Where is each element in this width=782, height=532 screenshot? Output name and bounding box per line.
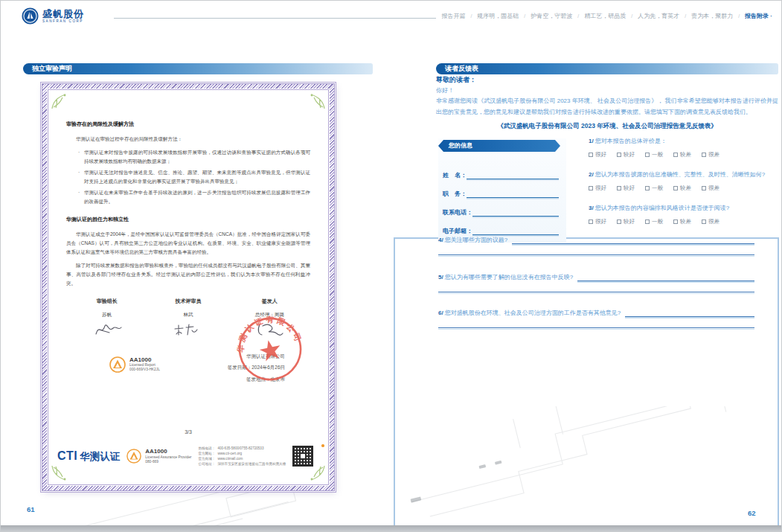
answer-line-q4-continued[interactable] (438, 254, 754, 255)
answer-line-q5-continued[interactable] (438, 292, 754, 292)
rating-option[interactable]: 很差 (702, 218, 719, 225)
reader-greeting: 你好！ (436, 86, 454, 94)
question-text: 您对本报告的总体评价是： (595, 138, 667, 144)
rating-label: 很好 (595, 218, 606, 225)
question-number: 1/ (589, 138, 594, 144)
checkbox-icon[interactable] (617, 186, 621, 190)
contact-label: 热线电话： (198, 446, 215, 451)
competence-heading: 华测认证的胜任力和独立性 (66, 215, 310, 225)
feedback-intro-paragraph: 非常感谢您阅读《武汉盛帆电子股份有限公司 2023 年环境、 社会及公司治理报告… (436, 96, 778, 118)
checkbox-icon[interactable] (645, 186, 650, 190)
rating-option[interactable]: 很差 (702, 185, 719, 192)
checkbox-icon[interactable] (617, 219, 621, 224)
corner-flourish-icon (307, 92, 327, 111)
rating-option[interactable]: 很差 (702, 151, 719, 158)
company-seal-stamp: 华测认证有限公司 (236, 315, 304, 383)
nav-separator: / (685, 13, 686, 19)
contact-value: 深圳市宝安区新安街道留仙三路华测检测大楼 (217, 461, 286, 467)
answer-line-q6[interactable] (625, 311, 754, 317)
logo-subtitle: SANFRAN CORP (42, 19, 84, 23)
nav-item-environment[interactable]: 护青空，守碧波 (531, 12, 572, 20)
answer-line-q6-continued[interactable] (438, 327, 754, 328)
checkbox-icon[interactable] (702, 186, 706, 190)
rating-options-q2: 很好 较好 一般 较差 很差 (589, 185, 765, 192)
rating-option[interactable]: 较差 (673, 218, 691, 225)
rating-option[interactable]: 较差 (673, 151, 691, 158)
question-4: 4/您关注哪些方面的议题? (438, 236, 754, 244)
aa1000-license-number: 080-669 (145, 460, 191, 464)
checkbox-icon[interactable] (673, 153, 678, 157)
sail-logo-icon (22, 7, 39, 25)
corner-flourish-icon (50, 92, 69, 111)
signature-role: 审验组长 (90, 297, 124, 307)
aa1000-icon (126, 449, 141, 464)
header-divider (114, 18, 436, 19)
rating-label: 很差 (708, 151, 719, 158)
answer-line-q4[interactable] (512, 238, 754, 244)
your-info-banner: 您的信息 (438, 140, 560, 152)
checkbox-icon[interactable] (589, 186, 593, 190)
certificate-page-marker: 3/3 (47, 429, 330, 435)
checkbox-icon[interactable] (645, 219, 650, 224)
checkbox-icon[interactable] (617, 153, 621, 157)
position-input-line[interactable] (467, 190, 559, 198)
nav-item-appendix-active[interactable]: 报告附录 · (745, 12, 772, 20)
limitation-item: 华测认证在未来审验工作中会基于持续改进的原则，进一步关注报告组织可持续发展信息披… (84, 188, 310, 206)
handwritten-signature (90, 321, 124, 339)
nav-item-governance[interactable]: 规序明，固基础 (477, 12, 519, 20)
checkbox-icon[interactable] (589, 219, 593, 224)
verification-certificate: 审验存在的局限性及缓解方法 华测认证在审验过程中存在的局限性及缓解方法： 华测认… (42, 84, 334, 490)
checkbox-icon[interactable] (645, 153, 650, 157)
rating-option[interactable]: 很好 (589, 218, 606, 225)
checkbox-icon[interactable] (673, 186, 678, 190)
name-field: 姓 名： (443, 171, 559, 179)
aa1000-assurance-provider-badge: AA1000 Licensed Assurance Provider 080-6… (126, 449, 191, 464)
nav-item-talent[interactable]: 人为先，育英才 (638, 12, 679, 20)
nav-separator: / (631, 13, 632, 19)
rating-label: 一般 (652, 151, 663, 158)
email-field: 电子邮箱： (443, 227, 559, 235)
rating-option[interactable]: 较好 (617, 218, 635, 225)
rating-option[interactable]: 一般 (645, 218, 663, 225)
name-input-line[interactable] (467, 172, 559, 179)
contact-label: 官方商城： (198, 456, 215, 461)
nav-item-quality[interactable]: 精工艺，研品质 (584, 12, 626, 20)
phone-field: 联系电话： (443, 208, 559, 217)
page-number-left: 61 (27, 505, 35, 513)
answer-line-q5[interactable] (577, 275, 754, 281)
rating-option[interactable]: 较好 (617, 185, 635, 192)
nav-item-responsibility[interactable]: 责为本，聚群力 (691, 12, 733, 20)
certificate-footer: CTI 华测认证 AA1000 Licensed Assurance Provi… (57, 446, 324, 467)
your-info-box: 您的信息 姓 名： 职 务： 联系电话： 电子邮箱： (438, 138, 566, 243)
checkbox-icon[interactable] (702, 153, 706, 157)
checkbox-icon[interactable] (673, 219, 678, 224)
rating-label: 很差 (708, 185, 719, 192)
competence-paragraph-1: 华测认证成立于2004年，是经中国国家认证认可监督管理委员会（CNCA）批准，经… (66, 230, 310, 257)
question-6: 6/您对盛帆股份在环境、社会及公司治理方面的工作是否有其他意见? (438, 309, 754, 317)
report-spread: 盛帆股份 SANFRAN CORP 报告开篇 / 规序明，固基础 / 护青空，守… (0, 0, 782, 532)
aa1000-licensed-report-badge: AA1000 Licensed Report 000-669/V3-HK2JL (109, 356, 160, 373)
cti-contact-block: 热线电话：400-635-5800/0755-82720533 官方网站：www… (198, 446, 286, 467)
rating-option[interactable]: 较差 (673, 185, 691, 192)
rating-option[interactable]: 较好 (617, 151, 635, 158)
question-number: 3/ (589, 205, 594, 211)
rating-option[interactable]: 很好 (589, 185, 606, 192)
company-logo: 盛帆股份 SANFRAN CORP (22, 7, 84, 25)
rating-option[interactable]: 一般 (645, 185, 663, 192)
question-2: 2/您认为本报告披露的信息准确性、完整性、及时性、清晰性如何? 很好 较好 一般… (589, 170, 765, 192)
corner-flourish-icon (307, 464, 327, 483)
signature-name: 林武 (171, 310, 205, 319)
rating-option[interactable]: 一般 (645, 151, 663, 158)
checkbox-icon[interactable] (589, 153, 593, 157)
rating-label: 较差 (680, 185, 691, 192)
question-text: 您认为本报告的内容编排和风格设计是否便于阅读? (595, 205, 729, 211)
nav-item-opening[interactable]: 报告开篇 (441, 12, 465, 20)
aa1000-license-number: 000-669/V3-HK2JL (129, 368, 160, 372)
email-input-line[interactable] (472, 228, 559, 235)
position-field: 职 务： (443, 190, 559, 198)
rating-option[interactable]: 很好 (589, 151, 606, 158)
checkbox-icon[interactable] (702, 219, 706, 224)
phone-input-line[interactable] (472, 209, 559, 217)
rating-label: 很好 (595, 185, 606, 192)
right-section-title: 读者反馈表 (436, 63, 778, 74)
